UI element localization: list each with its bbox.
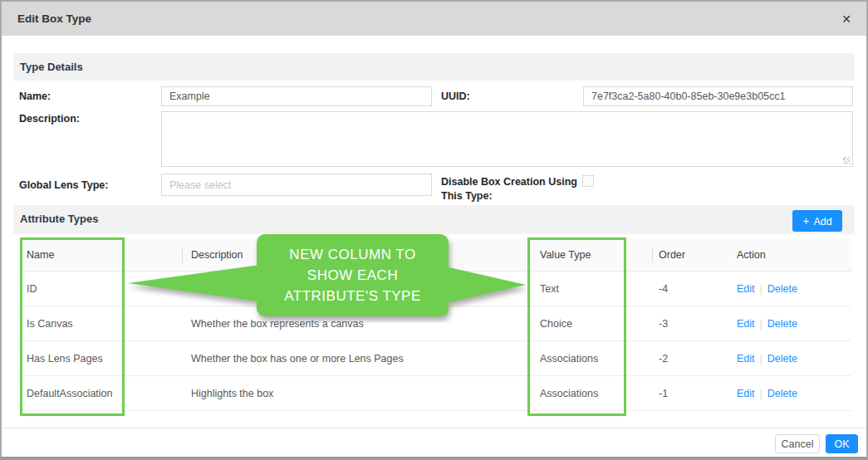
attribute-types-section-header: Attribute Types xyxy=(13,205,855,234)
table-row: DefaultAssociation Highlights the box As… xyxy=(20,376,851,411)
ok-button[interactable]: OK xyxy=(826,434,858,453)
add-button-label: Add xyxy=(813,216,831,228)
attr-order: -1 xyxy=(659,388,668,399)
disable-box-creation-label: Disable Box Creation Using This Type: xyxy=(441,175,582,203)
close-icon[interactable]: ✕ xyxy=(838,11,855,27)
action-divider: | xyxy=(760,318,763,330)
attr-name: DefaultAssociation xyxy=(27,388,113,399)
attr-description: ID xyxy=(191,283,202,295)
modal-title: Edit Box Type xyxy=(17,12,91,25)
disable-box-creation-checkbox[interactable] xyxy=(582,175,594,187)
modal-titlebar: Edit Box Type ✕ xyxy=(2,2,866,36)
edit-link[interactable]: Edit xyxy=(737,388,755,399)
column-header-value-type: Value Type xyxy=(540,249,591,261)
uuid-label: UUID: xyxy=(441,91,470,102)
column-divider xyxy=(652,247,653,262)
uuid-field[interactable] xyxy=(583,86,853,106)
attr-order: -4 xyxy=(659,283,668,295)
description-field[interactable] xyxy=(161,111,853,167)
action-divider: | xyxy=(760,388,763,399)
column-divider xyxy=(182,247,183,262)
table-row: ID ID Text -4 Edit|Delete xyxy=(20,272,851,306)
attr-name: Is Canvas xyxy=(27,318,73,330)
attr-name: ID xyxy=(27,283,37,295)
delete-link[interactable]: Delete xyxy=(767,283,797,295)
attr-order: -2 xyxy=(659,353,668,365)
attr-description: Highlights the box xyxy=(191,388,273,399)
action-divider: | xyxy=(760,353,763,365)
attr-description: Whether the box has one or more Lens Pag… xyxy=(191,353,404,365)
attr-value-type: Associations xyxy=(540,353,598,365)
delete-link[interactable]: Delete xyxy=(767,388,797,399)
edit-link[interactable]: Edit xyxy=(737,353,755,365)
column-header-action: Action xyxy=(737,249,766,261)
name-field[interactable] xyxy=(161,86,432,106)
cancel-button[interactable]: Cancel xyxy=(775,434,820,453)
table-row: Is Canvas Whether the box represents a c… xyxy=(20,306,851,341)
attr-name: Has Lens Pages xyxy=(27,353,103,365)
add-attribute-button[interactable]: +Add xyxy=(792,210,842,232)
edit-box-type-modal: Edit Box Type ✕ Type Details Name: UUID:… xyxy=(0,0,868,460)
attr-description: Whether the box represents a canvas xyxy=(191,318,364,330)
delete-link[interactable]: Delete xyxy=(767,318,797,330)
table-row: Has Lens Pages Whether the box has one o… xyxy=(20,341,851,376)
global-lens-type-label: Global Lens Type: xyxy=(19,179,108,191)
attr-value-type: Associations xyxy=(540,388,598,399)
plus-icon: + xyxy=(802,214,809,228)
action-divider: | xyxy=(760,283,763,295)
delete-link[interactable]: Delete xyxy=(767,353,797,365)
edit-link[interactable]: Edit xyxy=(737,318,755,330)
global-lens-type-select[interactable] xyxy=(161,174,432,196)
table-header-row: Name Description Value Type Order Action xyxy=(20,238,851,272)
attribute-types-title: Attribute Types xyxy=(20,213,98,225)
type-details-title: Type Details xyxy=(20,61,83,73)
column-header-description: Description xyxy=(191,249,243,261)
attr-value-type: Choice xyxy=(540,318,572,330)
attr-order: -3 xyxy=(659,318,668,330)
description-label: Description: xyxy=(19,113,80,125)
column-header-order: Order xyxy=(659,249,685,261)
name-label: Name: xyxy=(19,91,51,102)
attribute-types-table: Name Description Value Type Order Action… xyxy=(20,238,851,411)
attr-value-type: Text xyxy=(540,283,559,295)
column-header-name: Name xyxy=(27,249,54,261)
edit-link[interactable]: Edit xyxy=(737,283,755,295)
type-details-section-header: Type Details xyxy=(13,53,855,81)
footer-divider xyxy=(2,428,866,428)
